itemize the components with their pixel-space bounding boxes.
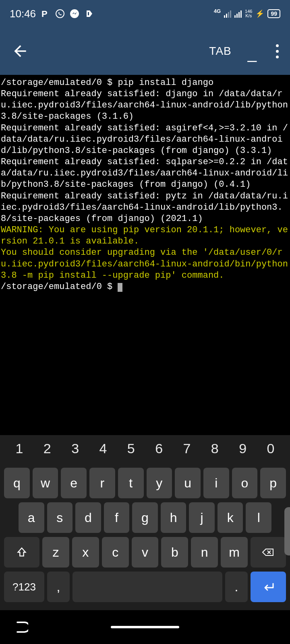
key-f[interactable]: f xyxy=(104,502,130,533)
key-v[interactable]: v xyxy=(132,537,159,568)
home-gesture-pill[interactable] xyxy=(111,626,179,628)
terminal-warning: You should consider upgrading via the '/… xyxy=(1,248,288,280)
key-d[interactable]: d xyxy=(75,502,101,533)
key-m[interactable]: m xyxy=(221,537,248,568)
status-time: 10:46 xyxy=(10,8,36,20)
app-bar: TAB _ xyxy=(0,27,290,75)
key-y[interactable]: y xyxy=(147,468,172,498)
key-k[interactable]: k xyxy=(218,502,243,533)
terminal-prompt: /storage/emulated/0 $ xyxy=(1,282,118,292)
keyboard-number-row: 1 2 3 4 5 6 7 8 9 0 xyxy=(2,438,288,464)
backspace-key[interactable] xyxy=(251,537,286,568)
recent-apps-button[interactable] xyxy=(14,620,28,634)
key-n[interactable]: n xyxy=(191,537,218,568)
svg-rect-3 xyxy=(88,12,89,15)
key-j[interactable]: j xyxy=(189,502,215,533)
svg-text:P: P xyxy=(41,9,48,19)
soft-keyboard: 1 2 3 4 5 6 7 8 9 0 q w e r t y u i o p … xyxy=(0,435,290,610)
key-w[interactable]: w xyxy=(33,468,58,498)
key-r[interactable]: r xyxy=(89,468,115,498)
network-type: 4G xyxy=(214,8,221,14)
key-2[interactable]: 2 xyxy=(37,441,57,456)
messenger-icon xyxy=(70,9,79,19)
key-6[interactable]: 6 xyxy=(149,441,169,456)
key-5[interactable]: 5 xyxy=(121,441,141,456)
key-q[interactable]: q xyxy=(4,468,30,498)
key-8[interactable]: 8 xyxy=(205,441,224,456)
navigation-bar xyxy=(0,610,290,644)
battery-indicator: 99 xyxy=(267,9,280,18)
shift-key[interactable] xyxy=(4,537,39,568)
more-options-button[interactable] xyxy=(276,44,279,58)
key-9[interactable]: 9 xyxy=(233,441,253,456)
key-c[interactable]: c xyxy=(102,537,129,568)
cursor xyxy=(118,283,122,292)
symbols-key[interactable]: ?123 xyxy=(4,572,44,602)
key-z[interactable]: z xyxy=(42,537,69,568)
signal-icon-1 xyxy=(224,10,231,18)
key-7[interactable]: 7 xyxy=(177,441,197,456)
terminal-line: /storage/emulated/0 $ pip install django xyxy=(1,78,213,88)
key-a[interactable]: a xyxy=(19,502,44,533)
key-x[interactable]: x xyxy=(72,537,99,568)
svg-point-1 xyxy=(56,10,64,18)
key-1[interactable]: 1 xyxy=(10,441,29,456)
tab-button[interactable]: TAB xyxy=(209,45,231,58)
key-0[interactable]: 0 xyxy=(261,441,280,456)
key-e[interactable]: e xyxy=(61,468,87,498)
edge-panel-handle[interactable] xyxy=(284,507,290,555)
key-3[interactable]: 3 xyxy=(66,441,85,456)
space-key[interactable] xyxy=(72,572,222,602)
key-p[interactable]: p xyxy=(260,468,286,498)
app-icon xyxy=(84,9,94,19)
terminal-line: Requirement already satisfied: django in… xyxy=(1,89,288,122)
key-h[interactable]: h xyxy=(161,502,186,533)
key-l[interactable]: l xyxy=(246,502,271,533)
key-b[interactable]: b xyxy=(161,537,188,568)
back-button[interactable] xyxy=(11,42,29,60)
terminal-line: Requirement already satisfied: pytz in /… xyxy=(1,191,288,224)
terminal-line: Requirement already satisfied: sqlparse>… xyxy=(1,157,288,190)
terminal-warning: WARNING: You are using pip version 20.1.… xyxy=(1,225,288,246)
key-g[interactable]: g xyxy=(132,502,158,533)
key-u[interactable]: u xyxy=(175,468,201,498)
parking-icon: P xyxy=(41,9,50,19)
status-bar: 10:46 P 4G 146K/s ⚡ 99 xyxy=(0,0,290,27)
key-s[interactable]: s xyxy=(47,502,73,533)
charging-icon: ⚡ xyxy=(255,9,264,18)
signal-icon-2 xyxy=(234,10,242,18)
whatsapp-icon xyxy=(55,9,65,19)
enter-key[interactable] xyxy=(251,572,286,602)
terminal-output[interactable]: /storage/emulated/0 $ pip install django… xyxy=(0,75,290,394)
key-t[interactable]: t xyxy=(118,468,144,498)
network-speed: 146K/s xyxy=(245,9,252,18)
minimize-button[interactable]: _ xyxy=(248,44,257,62)
terminal-line: Requirement already satisfied: asgiref<4… xyxy=(1,123,288,156)
key-4[interactable]: 4 xyxy=(93,441,113,456)
comma-key[interactable]: , xyxy=(47,572,70,602)
period-key[interactable]: . xyxy=(225,572,248,602)
key-i[interactable]: i xyxy=(203,468,229,498)
key-o[interactable]: o xyxy=(232,468,258,498)
